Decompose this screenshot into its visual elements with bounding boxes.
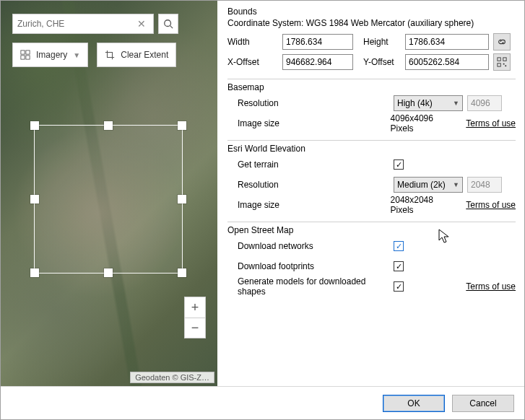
basemap-terms-link[interactable]: Terms of use xyxy=(466,118,516,128)
extent-rectangle[interactable] xyxy=(34,125,183,274)
svg-line-1 xyxy=(170,26,173,29)
chevron-down-icon: ▼ xyxy=(453,181,459,188)
resize-handle-br[interactable] xyxy=(178,268,186,277)
basemap-icon xyxy=(20,50,30,60)
dialog-footer: OK Cancel xyxy=(1,386,524,419)
basemap-res-label: Resolution xyxy=(227,98,394,108)
resize-handle-tl[interactable] xyxy=(30,121,39,130)
clear-search-icon[interactable]: ✕ xyxy=(134,18,149,30)
coordinate-system-label: Coordinate System: WGS 1984 Web Mercator… xyxy=(227,18,516,28)
resize-handle-tm[interactable] xyxy=(104,121,113,130)
osm-footprints-checkbox[interactable] xyxy=(394,261,404,271)
height-label: Height xyxy=(363,37,405,47)
resize-handle-bl[interactable] xyxy=(30,268,39,277)
svg-rect-7 xyxy=(503,58,506,61)
elevation-resolution-select[interactable]: Medium (2k) ▼ xyxy=(394,177,463,193)
resize-handle-tr[interactable] xyxy=(178,121,186,130)
svg-rect-2 xyxy=(21,51,25,54)
osm-footprints-label: Download footprints xyxy=(227,261,394,271)
link-dimensions-button[interactable] xyxy=(493,33,511,51)
xoffset-input[interactable] xyxy=(282,54,353,70)
svg-rect-10 xyxy=(505,65,506,66)
elevation-title: Esri World Elevation xyxy=(227,144,516,154)
zoom-in-button[interactable]: + xyxy=(185,297,205,318)
bounds-title: Bounds xyxy=(227,6,516,17)
svg-rect-8 xyxy=(498,64,500,66)
basemap-size-label: Image size xyxy=(227,118,391,128)
svg-rect-4 xyxy=(21,56,25,59)
osm-title: Open Street Map xyxy=(227,225,516,235)
crop-icon xyxy=(105,50,115,60)
width-input[interactable] xyxy=(282,34,353,50)
search-button[interactable] xyxy=(158,14,178,34)
cancel-button[interactable]: Cancel xyxy=(452,395,514,412)
search-input[interactable] xyxy=(17,19,134,29)
zoom-out-button[interactable]: − xyxy=(185,318,205,338)
search-icon xyxy=(163,19,173,29)
elevation-res-label: Resolution xyxy=(227,180,394,190)
osm-networks-checkbox[interactable] xyxy=(394,241,404,251)
elevation-size-value: 2048x2048 Pixels xyxy=(391,195,458,215)
zoom-control: + − xyxy=(184,297,206,338)
elevation-size-label: Image size xyxy=(227,200,391,210)
xoffset-label: X-Offset xyxy=(227,57,282,67)
basemap-title: Basemap xyxy=(227,82,516,92)
svg-rect-3 xyxy=(26,51,30,54)
osm-genmodels-checkbox[interactable] xyxy=(394,281,404,292)
clear-extent-button[interactable]: Clear Extent xyxy=(97,43,176,67)
chevron-down-icon: ▼ xyxy=(73,51,80,59)
get-terrain-label: Get terrain xyxy=(227,159,394,170)
height-input[interactable] xyxy=(405,34,489,50)
clear-extent-label: Clear Extent xyxy=(121,50,168,60)
locate-offset-button[interactable] xyxy=(493,53,511,71)
svg-rect-5 xyxy=(26,56,30,59)
search-box: ✕ xyxy=(12,14,154,34)
osm-terms-link[interactable]: Terms of use xyxy=(466,281,516,292)
osm-genmodels-label: Generate models for downloaded shapes xyxy=(227,276,394,297)
elevation-resolution-value: Medium (2k) xyxy=(397,180,446,190)
map-viewport[interactable]: ✕ Imagery ▼ Clear Extent xyxy=(1,1,217,386)
ok-button[interactable]: OK xyxy=(383,395,445,412)
basemap-resolution-select[interactable]: High (4k) ▼ xyxy=(394,95,463,111)
map-attribution: Geodaten © GIS-Z… xyxy=(130,372,214,383)
svg-point-0 xyxy=(165,20,171,27)
basemap-resolution-value: High (4k) xyxy=(397,98,433,108)
link-icon xyxy=(497,37,507,47)
resize-handle-mr[interactable] xyxy=(178,195,186,204)
yoffset-input[interactable] xyxy=(405,54,489,70)
basemap-resolution-readonly: 4096 xyxy=(467,95,502,111)
qr-icon xyxy=(497,57,507,67)
osm-networks-label: Download networks xyxy=(227,241,394,251)
properties-panel: Bounds Coordinate System: WGS 1984 Web M… xyxy=(217,1,524,386)
svg-rect-6 xyxy=(498,58,500,61)
resize-handle-ml[interactable] xyxy=(30,195,39,204)
basemap-label: Imagery xyxy=(36,50,67,60)
elevation-resolution-readonly: 2048 xyxy=(467,177,502,193)
basemap-dropdown[interactable]: Imagery ▼ xyxy=(12,43,88,67)
get-terrain-checkbox[interactable] xyxy=(394,159,404,170)
svg-rect-9 xyxy=(503,64,505,65)
chevron-down-icon: ▼ xyxy=(453,100,459,107)
yoffset-label: Y-Offset xyxy=(363,57,405,67)
elevation-terms-link[interactable]: Terms of use xyxy=(466,200,516,210)
basemap-size-value: 4096x4096 Pixels xyxy=(391,113,458,134)
resize-handle-bm[interactable] xyxy=(104,268,113,277)
width-label: Width xyxy=(227,37,282,47)
